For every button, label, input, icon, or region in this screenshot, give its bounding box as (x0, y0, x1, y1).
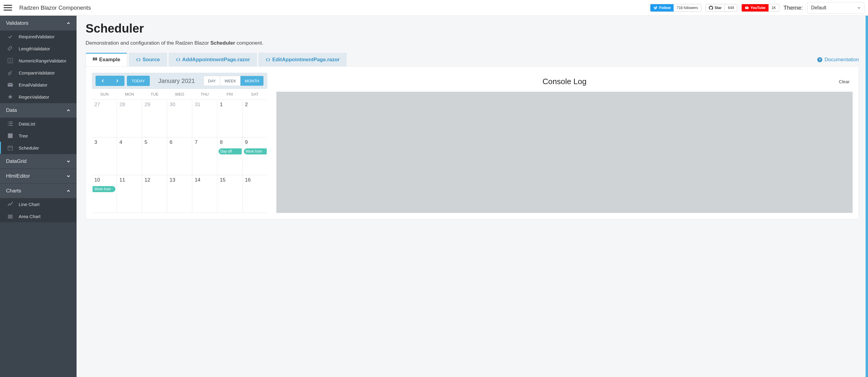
sidebar-section-charts[interactable]: Charts (0, 183, 76, 198)
documentation-link[interactable]: ? Documentation (817, 57, 859, 63)
day-header: TUE (142, 89, 167, 99)
tab-editappointmentpage-razor[interactable]: EditAppointmentPage.razor (258, 53, 347, 66)
svg-rect-9 (93, 59, 94, 60)
scheduler: TODAY January 2021 DAYWEEKMONTH SUNMONTU… (92, 73, 267, 213)
chevron-down-icon (858, 6, 861, 9)
scheduler-title: January 2021 (152, 78, 201, 84)
sidebar-item-regexvalidator[interactable]: RegexValidator (0, 91, 76, 103)
scrollbar[interactable] (866, 16, 868, 377)
menu-toggle[interactable] (4, 4, 12, 12)
view-week[interactable]: WEEK (220, 76, 240, 86)
theme-select[interactable]: Default (807, 2, 864, 13)
calendar-cell[interactable]: 27 (92, 100, 117, 137)
svg-text:?: ? (818, 58, 821, 61)
day-header: FRI (217, 89, 242, 99)
svg-rect-10 (94, 59, 96, 60)
calendar-cell[interactable]: 6 (167, 138, 192, 175)
svg-rect-7 (94, 58, 96, 59)
calendar-cell[interactable]: 5 (142, 138, 167, 175)
calendar-cell[interactable]: 2 (243, 100, 267, 137)
github-star-button[interactable]: Star 649 (706, 4, 737, 12)
sidebar-item-lengthvalidator[interactable]: LengthValidator (0, 42, 76, 55)
page-description: Demonstration and configuration of the R… (86, 40, 859, 46)
calendar-cell[interactable]: 16 (243, 175, 267, 213)
calendar-cell[interactable]: 7 (192, 138, 217, 175)
calendar-cell[interactable]: 11 (117, 175, 142, 213)
appointment[interactable]: Day off (218, 148, 241, 154)
calendar-cell[interactable]: 31 (192, 100, 217, 137)
sidebar-section-validators[interactable]: Validators (0, 16, 76, 30)
calendar-cell[interactable]: 9Work from (243, 138, 267, 175)
calendar-cell[interactable]: 28 (117, 100, 142, 137)
calendar-cell[interactable]: 10Work from (92, 175, 117, 213)
tab-addappointmentpage-razor[interactable]: AddAppointmentPage.razor (169, 53, 257, 66)
clear-button[interactable]: Clear (839, 79, 849, 84)
sidebar-item-numericrangevalidator[interactable]: 1NumericRangeValidator (0, 55, 76, 67)
svg-rect-4 (8, 146, 13, 150)
calendar-cell[interactable]: 3 (92, 138, 117, 175)
calendar-cell[interactable]: 1 (217, 100, 242, 137)
calendar-cell[interactable]: 4 (117, 138, 142, 175)
svg-rect-8 (96, 58, 97, 59)
calendar-cell[interactable]: 13 (167, 175, 192, 213)
chevron-left-icon (101, 79, 104, 83)
calendar-cell[interactable]: 30 (167, 100, 192, 137)
calendar-cell[interactable]: 29 (142, 100, 167, 137)
sidebar-item-scheduler[interactable]: Scheduler (0, 142, 76, 154)
theme-label: Theme: (784, 4, 803, 11)
sidebar-item-emailvalidator[interactable]: EmailValidator (0, 79, 76, 91)
twitter-follow-button[interactable]: Follow 716 followers (650, 4, 701, 12)
sidebar-item-requiredvalidator[interactable]: RequiredValidator (0, 30, 76, 42)
help-icon: ? (817, 57, 823, 63)
calendar-cell[interactable]: 8Day off (217, 138, 242, 175)
day-header: SAT (242, 89, 267, 99)
brand-title: Radzen Blazor Components (19, 4, 91, 11)
next-button[interactable] (110, 76, 124, 86)
main-content: Scheduler Demonstration and configuratio… (76, 16, 868, 377)
sidebar-item-tree[interactable]: Tree (0, 130, 76, 142)
sidebar-item-comparevalidator[interactable]: CompareValidator (0, 67, 76, 79)
day-header: THU (192, 89, 217, 99)
day-header: MON (117, 89, 142, 99)
svg-rect-6 (93, 58, 94, 59)
console-body (276, 92, 852, 213)
day-header: WED (167, 89, 192, 99)
tab-source[interactable]: Source (129, 53, 167, 66)
console-title: Console Log (542, 77, 587, 86)
sidebar-item-line-chart[interactable]: Line Chart (0, 198, 76, 210)
sidebar-item-area-chart[interactable]: Area Chart (0, 210, 76, 222)
sidebar: ValidatorsRequiredValidatorLengthValidat… (0, 16, 76, 377)
calendar-cell[interactable]: 14 (192, 175, 217, 213)
svg-rect-5 (8, 214, 13, 219)
appointment[interactable]: Work from (93, 186, 116, 192)
view-day[interactable]: DAY (204, 76, 220, 86)
chevron-right-icon (116, 79, 119, 83)
view-month[interactable]: MONTH (240, 76, 264, 86)
sidebar-item-datalist[interactable]: DataList (0, 118, 76, 130)
svg-text:1: 1 (9, 59, 11, 62)
prev-button[interactable] (96, 76, 110, 86)
calendar-cell[interactable]: 12 (142, 175, 167, 213)
tab-example[interactable]: Example (86, 53, 127, 66)
svg-rect-3 (8, 133, 13, 138)
day-header: SUN (92, 89, 117, 99)
calendar-cell[interactable]: 15 (217, 175, 242, 213)
svg-rect-11 (96, 59, 97, 60)
sidebar-section-htmleditor[interactable]: HtmlEditor (0, 169, 76, 183)
page-title: Scheduler (86, 22, 859, 35)
today-button[interactable]: TODAY (127, 76, 150, 86)
sidebar-section-datagrid[interactable]: DataGrid (0, 154, 76, 169)
appointment[interactable]: Work from (244, 148, 267, 154)
youtube-button[interactable]: YouTube 1K (741, 4, 779, 12)
sidebar-section-data[interactable]: Data (0, 103, 76, 118)
